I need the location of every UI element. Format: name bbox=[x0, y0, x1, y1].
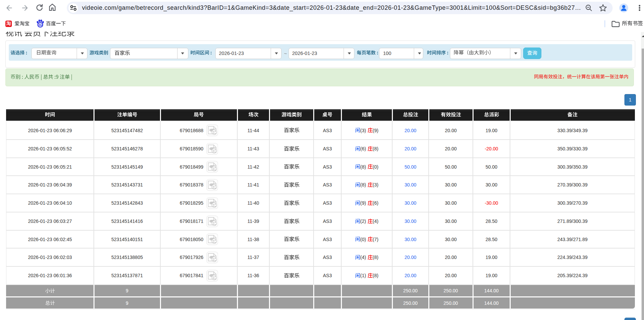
svg-text:du: du bbox=[38, 23, 42, 27]
